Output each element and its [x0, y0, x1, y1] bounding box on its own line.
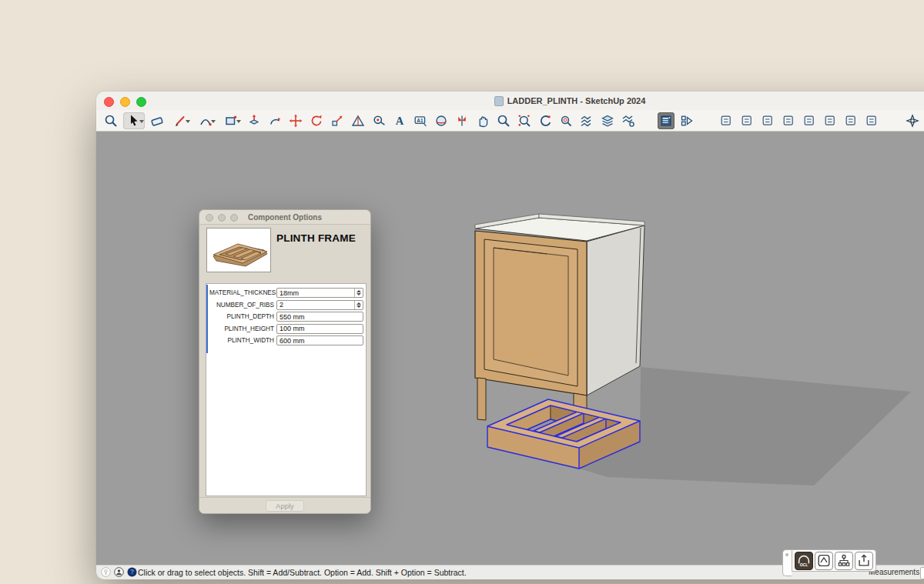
components-panel-button[interactable] [780, 112, 797, 129]
field-label: PLINTH_WIDTH [209, 337, 276, 344]
field-label: PLINTH_HEIGHT [209, 325, 276, 332]
dc-form-rows: MATERIAL_THICKNESS18mmNUMBER_OF_RIBS2PLI… [206, 284, 366, 345]
field-value: 2 [277, 301, 354, 309]
status-hint: Click or drag to select objects. Shift =… [138, 568, 467, 577]
entity-info-panel-button[interactable] [718, 112, 735, 129]
field-value: 550 mm [277, 313, 363, 321]
dialog-close-button[interactable] [206, 214, 213, 222]
rectangle-tool[interactable] [220, 112, 242, 129]
views-compass-button[interactable] [904, 112, 921, 129]
field-label: MATERIAL_THICKNESS [209, 289, 276, 296]
pan-tool[interactable] [474, 112, 491, 129]
dialog-minimize-button[interactable] [218, 214, 226, 222]
toggle-panels-button[interactable] [678, 112, 695, 129]
styles-panel-button[interactable] [801, 112, 818, 129]
text-tool[interactable]: A [391, 112, 408, 129]
style-edit-tool[interactable] [620, 112, 637, 129]
outliner-panel-button[interactable] [863, 112, 880, 129]
component-thumbnail [206, 228, 271, 272]
orbit-tool[interactable] [433, 112, 450, 129]
follow-me-tool[interactable] [266, 112, 283, 129]
soften-edges-tool[interactable] [578, 112, 595, 129]
sign-in-icon[interactable] [114, 567, 124, 577]
dialog-zoom-button[interactable] [230, 214, 238, 222]
svg-text:?: ? [130, 568, 134, 576]
search-model-tool[interactable] [557, 112, 574, 129]
field-input-plinth_width[interactable]: 600 mm [276, 335, 363, 345]
tape-measure-tool[interactable] [370, 112, 387, 129]
instructor-panel-button[interactable] [738, 112, 755, 129]
select-tool[interactable] [123, 112, 145, 129]
rotate-tool[interactable] [308, 112, 325, 129]
scenes-panel-button[interactable] [822, 112, 839, 129]
field-label: NUMBER_OF_RIBS [209, 302, 276, 309]
field-select-material_thickness[interactable]: 18mm [276, 288, 363, 298]
component-name: PLINTH FRAME [276, 232, 356, 244]
help-icon[interactable]: ? [127, 567, 137, 577]
previous-view-tool[interactable] [537, 112, 554, 129]
dialog-titlebar[interactable]: Component Options [199, 210, 370, 225]
arc-tool[interactable] [195, 112, 216, 129]
measurements-input[interactable] [920, 567, 924, 579]
svg-text:A1: A1 [417, 117, 424, 122]
push-pull-tool[interactable] [246, 112, 263, 129]
dc-field-row: MATERIAL_THICKNESS18mm [209, 288, 363, 298]
field-label: PLINTH_DEPTH [209, 313, 276, 320]
tray-handle[interactable] [782, 549, 792, 576]
line-tool[interactable] [169, 112, 191, 129]
dialog-header: PLINTH FRAME [199, 225, 370, 283]
section-accent-line [206, 285, 208, 353]
main-toolbar: AA1 [96, 110, 924, 132]
dialog-footer: Apply [199, 497, 370, 513]
field-value: 18mm [277, 289, 354, 297]
dc-field-row: PLINTH_WIDTH600 mm [209, 335, 363, 345]
apply-button[interactable]: Apply [266, 500, 304, 512]
select-stepper-icon[interactable] [354, 289, 363, 297]
materials-panel-button[interactable] [759, 112, 776, 129]
document-proxy-icon [494, 96, 504, 106]
field-input-plinth_height[interactable]: 100 mm [276, 324, 363, 334]
field-input-plinth_depth[interactable]: 550 mm [276, 312, 363, 322]
field-value: 100 mm [277, 325, 363, 332]
scale-tool[interactable] [329, 112, 346, 129]
geolocation-icon[interactable] [101, 567, 111, 577]
protractor-tool[interactable] [350, 112, 367, 129]
zoom-tool[interactable] [495, 112, 512, 129]
opencutlist-button[interactable]: OCL [795, 552, 813, 570]
window-titlebar[interactable]: LADDER_PLINTH - SketchUp 2024 [96, 92, 924, 110]
zoom-extents-tool[interactable] [516, 112, 533, 129]
cabinet-component[interactable] [475, 214, 644, 434]
tags-tool[interactable] [599, 112, 616, 129]
label-tool[interactable]: A1 [412, 112, 429, 129]
window-title: LADDER_PLINTH - SketchUp 2024 [507, 96, 646, 105]
smart-paint-button[interactable] [815, 552, 833, 570]
dc-field-row: PLINTH_HEIGHT100 mm [209, 324, 363, 334]
svg-text:OCL: OCL [800, 562, 808, 567]
svg-text:A: A [396, 115, 404, 127]
dc-field-row: PLINTH_DEPTH550 mm [209, 312, 363, 322]
component-options-dialog: Component Options PLINTH FRAME MATERIAL_… [199, 209, 371, 514]
smart-axes-button[interactable] [835, 552, 853, 570]
look-around-tool[interactable] [454, 112, 470, 129]
dc-field-row: NUMBER_OF_RIBS2 [209, 300, 363, 310]
field-value: 600 mm [277, 337, 363, 345]
smart-export-button[interactable] [855, 552, 873, 570]
eraser-tool[interactable] [149, 112, 166, 129]
shadows-panel-button[interactable] [842, 112, 859, 129]
move-tool[interactable] [287, 112, 304, 129]
select-stepper-icon[interactable] [354, 301, 363, 309]
zoom-window-tool[interactable] [102, 112, 119, 129]
dialog-form: MATERIAL_THICKNESS18mmNUMBER_OF_RIBS2PLI… [206, 283, 367, 496]
opencutlist-toolbar: OCL [782, 549, 876, 576]
show-tray-button[interactable] [658, 112, 675, 129]
field-select-number_of_ribs[interactable]: 2 [276, 300, 363, 310]
